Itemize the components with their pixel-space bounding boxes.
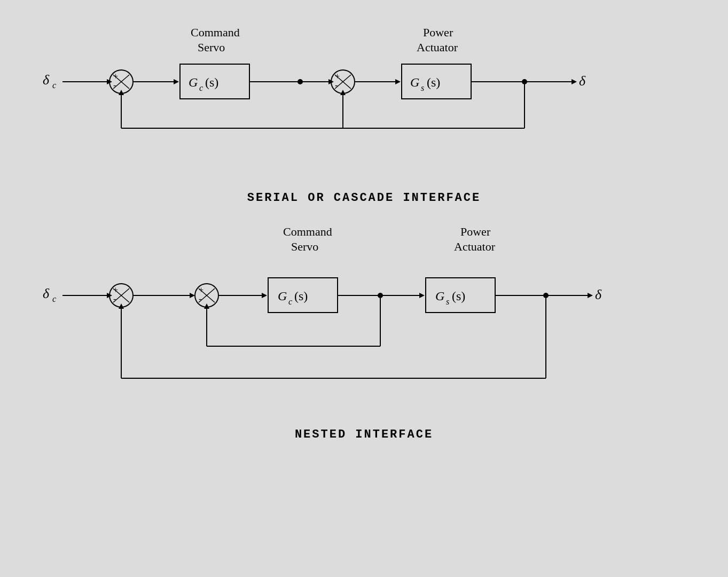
bot-sum1-plus: + (113, 285, 118, 294)
bot-gs-arg: (s) (452, 289, 465, 303)
bot-gc-sub: c (288, 297, 292, 306)
top-input-delta: δ (43, 72, 50, 88)
top-diagram: Command Servo Power Actuator δ c + - G c (32, 21, 696, 205)
top-gc-text: G (189, 75, 198, 89)
page: Command Servo Power Actuator δ c + - G c (0, 0, 728, 577)
top-diagram-label: SERIAL OR CASCADE INTERFACE (32, 191, 696, 205)
top-input-sub: c (52, 81, 56, 90)
bot-gc-text: G (278, 289, 287, 303)
top-sum1-plus: + (113, 72, 118, 81)
bottom-diagram-label: NESTED INTERFACE (32, 428, 696, 441)
top-power-label: Power (423, 26, 453, 39)
bot-input-delta: δ (43, 286, 50, 301)
bot-arrow2 (190, 293, 195, 298)
bottom-diagram: Command Servo Power Actuator δ c + - + - (32, 221, 696, 441)
bot-gs-text: G (435, 289, 444, 303)
bot-gc-arg: (s) (294, 289, 308, 303)
bot-outer-feedback-arrow (119, 303, 124, 309)
bot-output-delta: δ (595, 287, 602, 302)
bot-power-label: Power (460, 225, 491, 238)
bot-arrow3 (262, 293, 267, 298)
top-output-delta: δ (579, 73, 586, 89)
top-feedback-arrow1 (119, 90, 124, 95)
bot-arrow4 (419, 293, 425, 298)
bot-sum2-plus: + (199, 285, 203, 294)
top-sum2-plus: + (335, 72, 340, 81)
top-actuator-label: Actuator (417, 41, 458, 54)
top-gs-arg: (s) (427, 75, 440, 89)
top-feedback-arrow2 (340, 90, 346, 95)
bot-servo-label: Servo (291, 240, 318, 253)
top-gs-text: G (410, 75, 419, 89)
bot-actuator-label: Actuator (454, 240, 496, 253)
bot-command-label: Command (283, 225, 332, 238)
bot-gs-sub: s (446, 297, 449, 306)
top-arrow4 (395, 79, 401, 84)
top-gc-arg: (s) (205, 75, 218, 89)
bot-arrow5 (588, 293, 593, 298)
top-command-label: Command (191, 26, 240, 39)
top-arrow2 (174, 79, 179, 84)
bot-inner-feedback-arrow (204, 303, 209, 309)
top-arrow5 (572, 79, 577, 84)
top-servo-label: Servo (198, 41, 225, 54)
bot-input-sub: c (52, 294, 56, 303)
top-gc-sub: c (199, 83, 203, 92)
top-gs-sub: s (421, 83, 424, 92)
